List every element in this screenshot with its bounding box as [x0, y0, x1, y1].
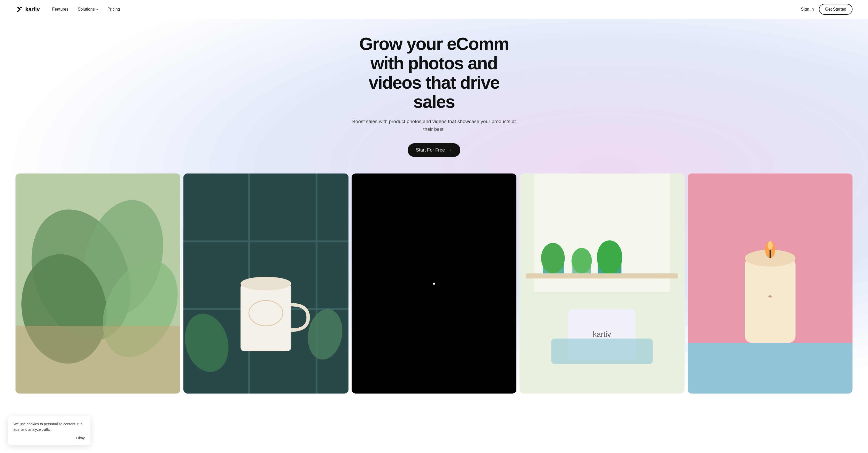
- svg-text:kartiv: kartiv: [593, 330, 611, 338]
- svg-rect-12: [241, 284, 291, 351]
- nav-pricing[interactable]: Pricing: [107, 7, 120, 11]
- svg-text:✦: ✦: [767, 293, 773, 301]
- svg-point-22: [572, 248, 592, 273]
- get-started-button[interactable]: Get Started: [819, 4, 852, 15]
- svg-point-13: [241, 277, 291, 290]
- svg-rect-31: [688, 343, 852, 394]
- svg-rect-28: [551, 338, 653, 364]
- video-indicator-dot: [433, 283, 435, 285]
- svg-rect-6: [16, 326, 180, 394]
- chevron-down-icon: [96, 9, 98, 10]
- svg-rect-0: [20, 7, 22, 8]
- nav-left: kartiv Features Solutions Pricing: [16, 6, 120, 13]
- start-free-label: Start For Free: [416, 147, 445, 153]
- cookie-banner: We use cookies to personalize content, r…: [8, 416, 90, 445]
- product-image-1: [16, 173, 180, 394]
- navbar: kartiv Features Solutions Pricing Sign I…: [0, 0, 868, 19]
- hero-section: Grow your eComm with photos and videos t…: [0, 19, 868, 394]
- svg-rect-25: [526, 273, 678, 279]
- kartiv-logo-icon: [16, 6, 23, 13]
- image-grid: kartiv ✦: [0, 173, 868, 394]
- svg-point-24: [597, 240, 622, 274]
- svg-point-20: [541, 243, 565, 274]
- product-image-2: [183, 173, 348, 394]
- product-image-4: kartiv: [520, 173, 684, 394]
- cookie-okay-button[interactable]: Okay: [76, 436, 85, 440]
- svg-rect-32: [745, 258, 796, 343]
- sign-in-button[interactable]: Sign In: [801, 7, 814, 11]
- product-image-5: ✦: [688, 173, 852, 394]
- cookie-text: We use cookies to personalize content, r…: [13, 421, 85, 432]
- nav-features[interactable]: Features: [52, 7, 68, 11]
- logo[interactable]: kartiv: [16, 6, 40, 13]
- svg-point-35: [768, 241, 773, 250]
- product-image-3: [351, 173, 517, 394]
- start-free-button[interactable]: Start For Free →: [408, 143, 460, 157]
- hero-headline: Grow your eComm with photos and videos t…: [349, 34, 519, 111]
- arrow-right-icon: →: [447, 147, 452, 153]
- cookie-actions: Okay: [13, 436, 85, 440]
- nav-solutions[interactable]: Solutions: [78, 7, 98, 11]
- hero-subtext: Boost sales with product photos and vide…: [349, 118, 519, 133]
- hero-content: Grow your eComm with photos and videos t…: [344, 34, 524, 157]
- nav-links: Features Solutions Pricing: [52, 7, 120, 11]
- nav-right: Sign In Get Started: [801, 4, 852, 15]
- brand-name: kartiv: [25, 6, 40, 13]
